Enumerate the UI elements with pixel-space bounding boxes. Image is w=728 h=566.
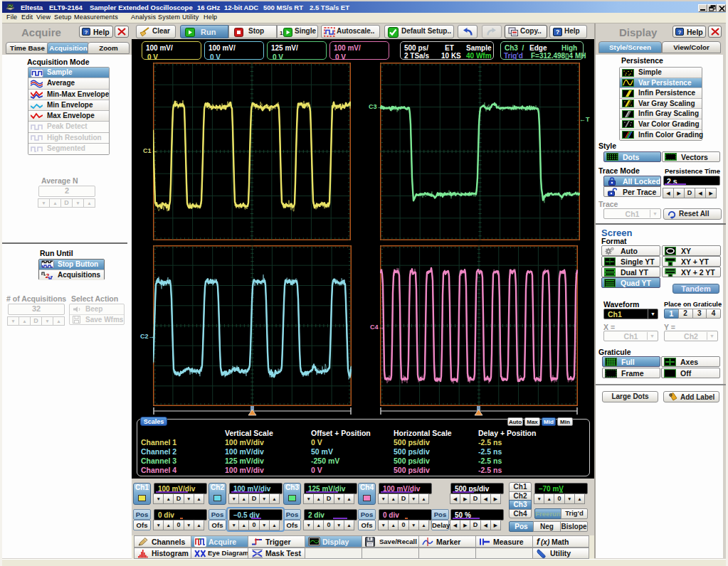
svg-text:?: ? xyxy=(85,29,88,36)
svg-text:?: ? xyxy=(556,28,560,36)
svg-text:?: ? xyxy=(678,29,682,36)
svg-text:f: f xyxy=(537,537,540,547)
svg-text:(x): (x) xyxy=(541,538,550,546)
svg-text:2: 2 xyxy=(45,272,49,279)
